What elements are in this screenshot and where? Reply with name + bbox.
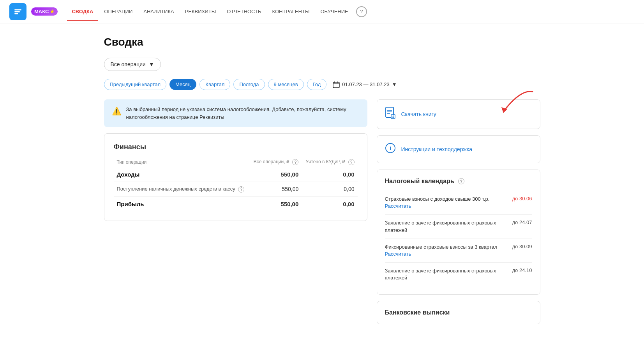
finance-col3-header: Учтено в КУДиР, ₽ ? (302, 157, 357, 167)
tax-row-q3-text: Фиксированные страховые взносы за 3 квар… (385, 244, 498, 250)
tax-calendar-help-icon[interactable]: ? (458, 178, 464, 184)
header: МАКС★ СВОДКА ОПЕРАЦИИ АНАЛИТИКА РЕКВИЗИТ… (0, 0, 644, 23)
filter-dropdown[interactable]: Все операции ▼ (104, 58, 161, 71)
left-column: ⚠️ За выбранный период не указана систем… (104, 99, 367, 324)
nav-item-svodka[interactable]: СВОДКА (67, 6, 98, 17)
tax-calendar-title: Налоговый календарь ? (385, 178, 532, 185)
calendar-icon (333, 81, 340, 88)
bank-statements-card: Банковские выписки (377, 301, 540, 324)
finance-col1-header: Тип операции (114, 157, 250, 167)
nav-item-rekvizity[interactable]: РЕКВИЗИТЫ (180, 6, 221, 17)
instructions-label: Инструкции и техподдержка (401, 146, 473, 152)
filter-label: Все операции (111, 61, 146, 67)
help-icon[interactable]: ? (356, 6, 367, 17)
period-row: Предыдущий квартал Месяц Квартал Полгода… (104, 79, 540, 90)
tax-row-fixed2-date: до 24.10 (512, 267, 532, 273)
profit-kudir: 0,00 (302, 196, 357, 211)
right-column: Скачать книгу i Инструкции и техподдержк… (377, 99, 540, 324)
tax-row-fixed2-text: Заявление о зачете фиксированных страхов… (385, 268, 496, 281)
tax-calendar-card: Налоговый календарь ? Страховые взносы с… (377, 170, 540, 295)
col3-help-icon[interactable]: ? (348, 159, 355, 165)
finance-row-profit: Прибыль 550,00 0,00 (114, 196, 358, 211)
period-month[interactable]: Месяц (169, 79, 196, 90)
nav-item-analitika[interactable]: АНАЛИТИКА (139, 6, 178, 17)
tax-row-q3-link[interactable]: Рассчитать (385, 251, 508, 258)
alert-box: ⚠️ За выбранный период не указана систем… (104, 99, 367, 127)
nav-item-operacii[interactable]: ОПЕРАЦИИ (99, 6, 137, 17)
col2-help-icon[interactable]: ? (292, 159, 298, 165)
page-content: Сводка Все операции ▼ Предыдущий квартал… (88, 23, 556, 337)
tax-row-fixed1-text: Заявление о зачете фиксированных страхов… (385, 220, 496, 233)
two-col-layout: ⚠️ За выбранный период не указана систем… (104, 99, 540, 324)
profit-all-ops: 550,00 (250, 196, 302, 211)
svg-rect-1 (14, 9, 21, 11)
date-dropdown-icon: ▼ (392, 81, 397, 87)
finance-row-income: Доходы 550,00 0,00 (114, 167, 358, 182)
logo (9, 3, 26, 20)
svg-rect-4 (333, 82, 339, 88)
tax-row-insurance1-date: до 30.06 (512, 196, 532, 201)
profit-label: Прибыль (114, 196, 250, 211)
instructions-icon: i (385, 143, 396, 156)
cash-help-icon[interactable]: ? (238, 186, 244, 193)
cash-label: Поступление наличных денежных средств в … (114, 182, 250, 197)
page-title: Сводка (104, 36, 540, 48)
nav-item-obuchenie[interactable]: ОБУЧЕНИЕ (316, 6, 353, 17)
period-prev-quarter[interactable]: Предыдущий квартал (104, 79, 167, 90)
tax-row-insurance1: Страховые взносы с доходов свыше 300 т.р… (385, 191, 532, 215)
date-range-picker[interactable]: 01.07.23 — 31.07.23 ▼ (333, 81, 397, 88)
finance-col2-header: Все операции, ₽ ? (250, 157, 302, 167)
main-nav: СВОДКА ОПЕРАЦИИ АНАЛИТИКА РЕКВИЗИТЫ ОТЧЕ… (67, 6, 353, 17)
brand-star: ★ (50, 9, 55, 14)
finance-table: Тип операции Все операции, ₽ ? Учтено в … (114, 157, 358, 211)
income-kudir: 0,00 (302, 167, 357, 182)
tax-row-q3-date: до 30.09 (512, 244, 532, 249)
tax-row-fixed1: Заявление о зачете фиксированных страхов… (385, 215, 532, 239)
bank-statements-title: Банковские выписки (385, 309, 532, 316)
alert-warning-icon: ⚠️ (112, 106, 122, 116)
instructions-card[interactable]: i Инструкции и техподдержка (377, 135, 540, 163)
cash-kudir: 0,00 (302, 182, 357, 197)
finance-row-cash: Поступление наличных денежных средств в … (114, 182, 358, 197)
download-book-label: Скачать книгу (401, 111, 436, 117)
tax-row-insurance1-link[interactable]: Рассчитать (385, 203, 508, 210)
cash-all-ops: 550,00 (250, 182, 302, 197)
nav-item-kontragenty[interactable]: КОНТРАГЕНТЫ (268, 6, 314, 17)
svg-rect-3 (14, 13, 18, 14)
finance-card: Финансы Тип операции Все операции, ₽ ? У… (104, 133, 367, 221)
tax-row-q3: Фиксированные страховые взносы за 3 квар… (385, 239, 532, 263)
income-all-ops: 550,00 (250, 167, 302, 182)
period-year[interactable]: Год (307, 79, 327, 90)
nav-item-otchetnost[interactable]: ОТЧЕТНОСТЬ (222, 6, 266, 17)
tax-row-fixed2: Заявление о зачете фиксированных страхов… (385, 263, 532, 286)
date-range-text: 01.07.23 — 31.07.23 (342, 81, 389, 87)
brand-badge[interactable]: МАКС★ (31, 7, 58, 16)
period-quarter[interactable]: Квартал (199, 79, 230, 90)
period-halfyear[interactable]: Полгода (233, 79, 265, 90)
svg-text:i: i (390, 145, 391, 151)
tax-row-insurance1-text: Страховые взносы с доходов свыше 300 т.р… (385, 196, 490, 202)
tax-row-fixed1-date: до 24.07 (512, 219, 532, 225)
income-label: Доходы (114, 167, 250, 182)
alert-text: За выбранный период не указана система н… (126, 106, 360, 121)
download-book-card[interactable]: Скачать книгу (377, 99, 540, 129)
finance-title: Финансы (114, 143, 358, 151)
svg-rect-2 (14, 11, 20, 12)
dropdown-arrow-icon: ▼ (149, 61, 154, 67)
brand-name: МАКС (34, 9, 49, 14)
period-9months[interactable]: 9 месяцев (268, 79, 304, 90)
download-book-icon (385, 107, 396, 122)
